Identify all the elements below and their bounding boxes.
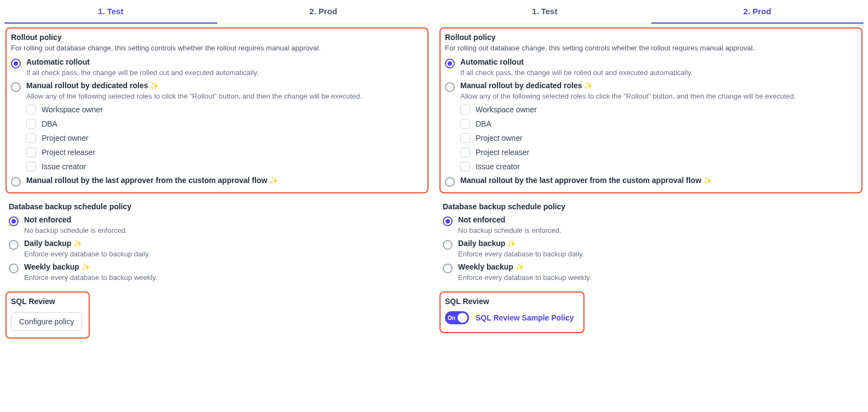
backup-daily-radio[interactable]: [443, 240, 453, 250]
sparkle-icon: ✨: [703, 176, 712, 185]
panel-left: 1. Test 2. Prod Rollout policy For rolli…: [0, 0, 434, 342]
role-label: Project releaser: [42, 148, 95, 157]
role-label: DBA: [476, 119, 491, 128]
backup-daily-option[interactable]: Daily backup ✨ Enforce every database to…: [443, 239, 859, 258]
manual-roles-desc: Allow any of the following selected role…: [460, 92, 857, 100]
backup-daily-option[interactable]: Daily backup ✨ Enforce every database to…: [9, 239, 425, 258]
backup-daily-label: Daily backup ✨: [458, 239, 584, 248]
backup-weekly-radio[interactable]: [443, 264, 453, 273]
role-label: DBA: [42, 119, 57, 128]
backup-title: Database backup schedule policy: [443, 202, 859, 211]
role-label: Issue creator: [42, 162, 86, 171]
tab-prod[interactable]: 2. Prod: [217, 0, 430, 24]
backup-not-enforced-radio[interactable]: [443, 216, 453, 226]
rollout-title: Rollout policy: [11, 33, 423, 42]
backup-not-enforced-option[interactable]: Not enforced No backup schedule is enfor…: [9, 215, 425, 234]
sparkle-icon: ✨: [150, 82, 159, 90]
backup-weekly-label: Weekly backup ✨: [24, 262, 157, 271]
manual-last-approver-option[interactable]: Manual rollout by the last approver from…: [11, 176, 423, 187]
sparkle-icon: ✨: [507, 239, 516, 248]
rollout-desc: For rolling out database change, this se…: [11, 44, 423, 52]
manual-last-approver-label: Manual rollout by the last approver from…: [460, 176, 712, 185]
roles-checklist: Workspace owner DBA Project owner Projec…: [460, 105, 857, 171]
checkbox-project-releaser[interactable]: [460, 147, 470, 157]
checkbox-issue-creator[interactable]: [460, 162, 470, 171]
checkbox-issue-creator[interactable]: [26, 162, 36, 171]
backup-weekly-desc: Enforce every database to backup weekly.: [24, 273, 157, 282]
backup-weekly-label: Weekly backup ✨: [458, 262, 591, 271]
manual-roles-option[interactable]: Manual rollout by dedicated roles ✨ Allo…: [11, 81, 423, 171]
manual-last-approver-option[interactable]: Manual rollout by the last approver from…: [445, 176, 857, 187]
manual-roles-radio[interactable]: [11, 82, 21, 92]
role-label: Project owner: [42, 134, 89, 142]
sparkle-icon: ✨: [82, 263, 90, 271]
backup-daily-label: Daily backup ✨: [24, 239, 150, 248]
role-label: Project owner: [476, 134, 523, 142]
manual-last-approver-radio[interactable]: [11, 177, 21, 187]
manual-last-approver-label: Manual rollout by the last approver from…: [26, 176, 278, 185]
auto-rollout-label: Automatic rollout: [26, 58, 259, 66]
checkbox-dba[interactable]: [460, 119, 470, 129]
rollout-desc: For rolling out database change, this se…: [445, 44, 857, 52]
sql-review-toggle[interactable]: On: [445, 311, 469, 324]
checkbox-workspace-owner[interactable]: [26, 105, 36, 115]
configure-policy-button[interactable]: Configure policy: [11, 312, 82, 331]
sparkle-icon: ✨: [584, 82, 593, 90]
sql-review-policy-link[interactable]: SQL Review Sample Policy: [476, 313, 574, 322]
backup-not-enforced-radio[interactable]: [9, 216, 19, 226]
role-label: Workspace owner: [42, 105, 103, 114]
rollout-policy-section: Rollout policy For rolling out database …: [439, 27, 863, 193]
tab-prod[interactable]: 2. Prod: [651, 0, 864, 24]
backup-daily-desc: Enforce every database to backup daily.: [458, 250, 584, 258]
rollout-title: Rollout policy: [445, 33, 857, 42]
backup-weekly-option[interactable]: Weekly backup ✨ Enforce every database t…: [443, 262, 859, 282]
backup-not-enforced-option[interactable]: Not enforced No backup schedule is enfor…: [443, 215, 859, 234]
role-label: Project releaser: [476, 148, 529, 157]
manual-roles-desc: Allow any of the following selected role…: [26, 92, 423, 100]
auto-rollout-desc: If all check pass, the change will be ro…: [460, 68, 693, 77]
auto-rollout-label: Automatic rollout: [460, 58, 693, 66]
toggle-knob: [458, 313, 467, 323]
role-label: Workspace owner: [476, 105, 537, 114]
sql-review-section: SQL Review Configure policy: [5, 291, 90, 339]
tab-test[interactable]: 1. Test: [4, 0, 217, 24]
checkbox-workspace-owner[interactable]: [460, 105, 470, 115]
toggle-on-label: On: [448, 315, 455, 321]
sparkle-icon: ✨: [516, 263, 524, 271]
panel-right: 1. Test 2. Prod Rollout policy For rolli…: [434, 0, 868, 342]
auto-rollout-option[interactable]: Automatic rollout If all check pass, the…: [11, 58, 423, 77]
sparkle-icon: ✨: [269, 176, 278, 185]
rollout-policy-section: Rollout policy For rolling out database …: [5, 27, 429, 193]
manual-roles-label: Manual rollout by dedicated roles ✨: [460, 81, 857, 90]
backup-daily-radio[interactable]: [9, 240, 19, 250]
tab-test[interactable]: 1. Test: [438, 0, 651, 24]
backup-weekly-option[interactable]: Weekly backup ✨ Enforce every database t…: [9, 262, 425, 282]
backup-section: Database backup schedule policy Not enfo…: [438, 197, 864, 288]
auto-rollout-radio[interactable]: [445, 59, 455, 68]
auto-rollout-desc: If all check pass, the change will be ro…: [26, 68, 259, 77]
backup-not-enforced-desc: No backup schedule is enforced.: [458, 226, 562, 234]
sql-review-title: SQL Review: [445, 297, 574, 306]
checkbox-project-releaser[interactable]: [26, 147, 36, 157]
backup-weekly-radio[interactable]: [9, 264, 19, 273]
checkbox-project-owner[interactable]: [460, 133, 470, 143]
auto-rollout-radio[interactable]: [11, 59, 21, 68]
manual-roles-radio[interactable]: [445, 82, 455, 92]
sql-review-title: SQL Review: [11, 297, 82, 306]
backup-not-enforced-desc: No backup schedule is enforced.: [24, 226, 128, 234]
manual-roles-option[interactable]: Manual rollout by dedicated roles ✨ Allo…: [445, 81, 857, 171]
sparkle-icon: ✨: [73, 239, 82, 248]
manual-last-approver-radio[interactable]: [445, 177, 455, 187]
roles-checklist: Workspace owner DBA Project owner Projec…: [26, 105, 423, 171]
tabs-left: 1. Test 2. Prod: [4, 0, 430, 24]
tabs-right: 1. Test 2. Prod: [438, 0, 864, 24]
auto-rollout-option[interactable]: Automatic rollout If all check pass, the…: [445, 58, 857, 77]
backup-daily-desc: Enforce every database to backup daily.: [24, 250, 150, 258]
checkbox-dba[interactable]: [26, 119, 36, 129]
checkbox-project-owner[interactable]: [26, 133, 36, 143]
role-label: Issue creator: [476, 162, 520, 171]
backup-not-enforced-label: Not enforced: [24, 215, 128, 224]
manual-roles-label: Manual rollout by dedicated roles ✨: [26, 81, 423, 90]
backup-title: Database backup schedule policy: [9, 202, 425, 211]
sql-review-section: SQL Review On SQL Review Sample Policy: [439, 291, 585, 333]
